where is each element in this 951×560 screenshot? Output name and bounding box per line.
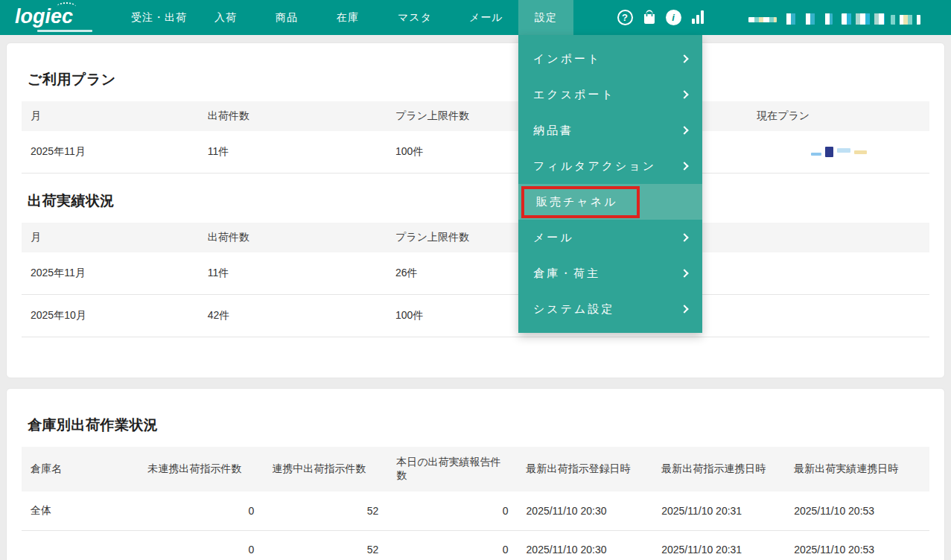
menu-item-import[interactable]: インポート [518,41,702,77]
redacted-account-info [748,17,777,22]
col-latest-linked: 最新出荷指示連携日時 [652,447,785,491]
table-row: 全体 0 52 0 2025/11/10 20:30 2025/11/10 20… [22,491,929,531]
help-icon[interactable]: ? [617,9,633,25]
chevron-right-icon [680,269,688,277]
menu-item-export[interactable]: エクスポート [518,77,702,112]
table-row: 2025年10月 42件 100件 [22,295,929,337]
nav-item-arrivals[interactable]: 入荷 [203,0,249,35]
table-row: 2025年11月 11件 26件 [22,252,929,295]
logiec-logo[interactable]: logiec [12,1,101,35]
menu-item-filter-actions[interactable]: フィルタアクション [518,148,702,184]
table-header-row: 月 出荷件数 プラン上限件数 現在プラン [22,101,929,131]
plan-section-title: ご利用プラン [28,70,923,89]
nav-item-inventory[interactable]: 在庫 [325,0,371,35]
today-reports-cell: 0 [387,531,517,560]
menu-item-warehouse-shipper[interactable]: 倉庫・荷主 [518,255,702,291]
warehouse-status-table: 倉庫名 未連携出荷指示件数 連携中出荷指示件数 本日の出荷実績報告件数 最新出荷… [22,447,929,560]
signal-bars-icon[interactable] [690,9,706,25]
redacted-account-info [782,13,833,25]
linking-cell: 52 [263,531,387,560]
unlinked-cell: 0 [139,491,263,531]
col-month: 月 [22,101,199,131]
month-cell: 2025年11月 [22,252,199,295]
app-viewport: logiec 受注・出荷 入荷 商品 在庫 マスタ メール 設定 ? i インポ [0,0,951,560]
current-plan-cell [748,131,929,174]
latest-result-linked-cell: 2025/11/10 20:53 [785,531,929,560]
col-month: 月 [22,223,199,252]
plan-usage-card: ご利用プラン 月 出荷件数 プラン上限件数 現在プラン 2025年11月 11件… [6,42,945,378]
redacted-account-info [842,13,885,25]
chevron-right-icon [680,162,688,170]
nav-item-master[interactable]: マスタ [386,0,444,35]
warehouse-status-card: 倉庫別出荷作業状況 倉庫名 未連携出荷指示件数 連携中出荷指示件数 本日の出荷実… [6,388,945,560]
chevron-right-icon [680,54,688,63]
latest-linked-cell: 2025/11/10 20:31 [652,531,785,560]
shipments-cell: 42件 [199,295,387,337]
warehouse-cell [22,531,139,560]
bag-icon[interactable] [641,9,658,25]
col-latest-registered: 最新出荷指示登録日時 [518,447,653,491]
table-header-row: 倉庫名 未連携出荷指示件数 連携中出荷指示件数 本日の出荷実績報告件数 最新出荷… [22,447,929,491]
menu-item-sales-channel[interactable]: 販売チャネル [518,184,702,220]
nav-item-products[interactable]: 商品 [264,0,310,35]
logo-arc-dots [57,2,76,11]
shipping-results-table: 月 出荷件数 プラン上限件数 2025年11月 11件 26件 2025年10月… [22,223,929,337]
shipping-results-title: 出荷実績状況 [28,191,923,211]
nav-item-mail[interactable]: メール [457,0,515,35]
col-current-plan: 現在プラン [748,101,929,131]
warehouse-section-title: 倉庫別出荷作業状況 [28,416,923,435]
annotation-highlight-box: 販売チャネル [521,186,640,218]
table-header-row: 月 出荷件数 プラン上限件数 [22,223,929,252]
col-latest-result-linked: 最新出荷実績連携日時 [785,447,929,491]
menu-item-system-settings[interactable]: システム設定 [518,291,702,327]
plan-usage-table: 月 出荷件数 プラン上限件数 現在プラン 2025年11月 11件 100件 [22,101,929,174]
col-shipments: 出荷件数 [199,223,387,252]
linking-cell: 52 [263,491,387,531]
redacted-account-info [891,15,920,25]
unlinked-cell: 0 [139,531,263,560]
chevron-right-icon [680,305,688,313]
menu-item-delivery-note[interactable]: 納品書 [518,112,702,148]
warehouse-cell: 全体 [22,491,139,531]
top-navbar: logiec 受注・出荷 入荷 商品 在庫 マスタ メール 設定 ? i [0,0,951,35]
chevron-right-icon [680,233,688,241]
logo-tagline [37,30,92,32]
today-reports-cell: 0 [387,491,517,531]
col-unlinked: 未連携出荷指示件数 [139,447,263,491]
shipments-cell: 11件 [199,252,387,295]
col-warehouse: 倉庫名 [22,447,139,491]
info-icon[interactable]: i [665,9,681,25]
nav-item-orders-shipping[interactable]: 受注・出荷 [119,0,199,35]
latest-linked-cell: 2025/11/10 20:31 [652,491,785,531]
redacted-plan-name [757,147,920,157]
chevron-right-icon [680,90,688,98]
table-row: 2025年11月 11件 100件 [22,131,929,174]
month-cell: 2025年10月 [22,295,199,337]
settings-dropdown-menu: インポート エクスポート 納品書 フィルタアクション 販売チャネル メール 倉庫… [518,35,702,333]
latest-result-linked-cell: 2025/11/10 20:53 [785,491,929,531]
month-cell: 2025年11月 [22,131,199,174]
shipments-cell: 11件 [199,131,387,174]
col-linking: 連携中出荷指示件数 [263,447,387,491]
nav-item-settings[interactable]: 設定 [518,0,573,35]
menu-item-mail[interactable]: メール [518,220,702,255]
chevron-right-icon [680,126,688,134]
latest-registered-cell: 2025/11/10 20:30 [518,491,653,531]
latest-registered-cell: 2025/11/10 20:30 [518,531,653,560]
col-today-reports: 本日の出荷実績報告件数 [387,447,517,491]
col-shipments: 出荷件数 [199,101,387,131]
table-row: 0 52 0 2025/11/10 20:30 2025/11/10 20:31… [22,531,929,560]
